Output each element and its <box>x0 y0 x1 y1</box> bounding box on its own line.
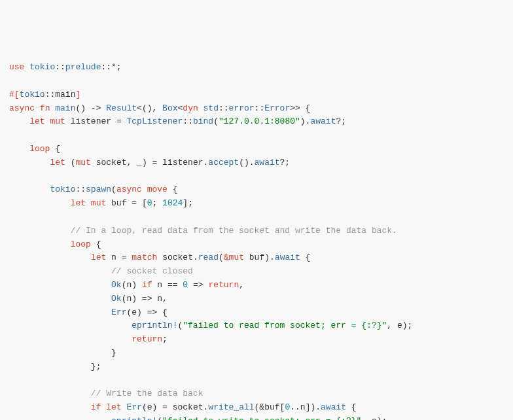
type-error: Error <box>264 103 290 113</box>
keyword-loop: loop <box>71 239 91 249</box>
keyword-await: await <box>321 402 346 412</box>
variant-err: Err <box>126 402 141 412</box>
namespace-tokio: tokio <box>50 184 75 194</box>
keyword-fn: fn <box>40 103 50 113</box>
type-tcplistener: TcpListener <box>127 116 183 126</box>
ident-listener: listener <box>71 116 111 126</box>
keyword-dyn: dyn <box>183 103 198 113</box>
namespace-tokio: tokio <box>29 62 55 72</box>
attribute-open: #[ <box>9 90 20 99</box>
code-block: use tokio::prelude::*; #[tokio::main] as… <box>9 61 504 420</box>
ident-socket: socket <box>173 402 203 412</box>
fn-read: read <box>198 253 219 262</box>
macro-eprintln: eprintln! <box>111 416 157 420</box>
ident-n: n <box>111 253 116 262</box>
keyword-mut: mut <box>91 198 106 208</box>
fn-main: main <box>55 103 75 113</box>
ident-buf: buf <box>249 253 264 262</box>
string-read-err: "failed to read from socket; err = {:?}" <box>183 321 387 330</box>
keyword-await: await <box>275 253 300 262</box>
ident-buf: buf <box>111 198 126 208</box>
variant-err: Err <box>111 307 126 317</box>
attr-main: main <box>55 90 75 99</box>
keyword-if: if <box>142 280 152 290</box>
type-box: Box <box>162 103 177 113</box>
ref-mut: &mut <box>224 253 244 262</box>
ident-e: e <box>372 416 377 420</box>
keyword-let: let <box>50 158 65 167</box>
keyword-let: let <box>71 198 86 208</box>
keyword-loop: loop <box>29 144 50 154</box>
ident-listener: listener <box>162 158 203 167</box>
string-write-err: "failed to write to socket; err = {:?}" <box>162 416 361 420</box>
number-zero: 0 <box>183 280 188 290</box>
number-1024: 1024 <box>162 198 183 208</box>
namespace-error: error <box>229 103 255 113</box>
ident-e: e <box>397 321 402 330</box>
variant-ok: Ok <box>111 280 122 290</box>
keyword-move: move <box>147 184 168 194</box>
fn-bind: bind <box>193 116 213 126</box>
keyword-use: use <box>9 62 24 72</box>
comment-loop: // In a loop, read data from the socket … <box>71 226 397 236</box>
attribute-close: ] <box>75 90 80 99</box>
type-result: Result <box>106 103 137 113</box>
ident-n: n <box>300 402 306 412</box>
keyword-async: async <box>116 184 142 194</box>
keyword-let: let <box>106 402 121 412</box>
comment-write-back: // Write the data back <box>91 389 203 398</box>
fn-write-all: write_all <box>208 402 254 412</box>
keyword-if: if <box>91 402 101 412</box>
keyword-let: let <box>29 116 44 126</box>
string-addr: "127.0.0.1:8080" <box>219 116 300 126</box>
ident-socket: socket <box>96 158 127 167</box>
keyword-let: let <box>91 253 106 262</box>
number-zero: 0 <box>147 198 152 208</box>
ident-buf: buf <box>264 402 279 412</box>
namespace-tokio: tokio <box>20 90 45 99</box>
ident-e: e <box>132 307 137 317</box>
keyword-await: await <box>310 116 336 126</box>
macro-eprintln: eprintln! <box>132 321 177 330</box>
comment-socket-closed: // socket closed <box>111 266 193 276</box>
fn-accept: accept <box>208 158 239 167</box>
keyword-mut: mut <box>75 158 90 167</box>
keyword-match: match <box>132 253 157 262</box>
keyword-await: await <box>255 158 280 167</box>
namespace-std: std <box>203 103 219 113</box>
namespace-prelude: prelude <box>65 62 101 72</box>
keyword-return: return <box>208 280 239 290</box>
variant-ok: Ok <box>111 294 122 304</box>
ident-socket: socket <box>162 253 193 262</box>
ident-e: e <box>147 402 152 412</box>
keyword-async: async <box>9 103 35 113</box>
fn-spawn: spawn <box>86 184 111 194</box>
keyword-mut: mut <box>50 116 65 126</box>
keyword-return: return <box>132 334 162 344</box>
